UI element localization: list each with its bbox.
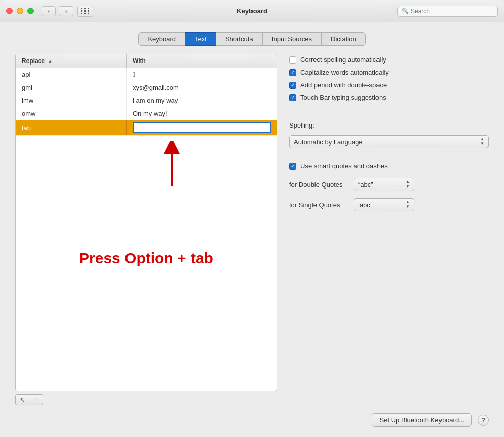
checkbox-row-1[interactable]: Correct spelling automatically — [289, 56, 489, 64]
tab-input-sources[interactable]: Input Sources — [263, 32, 322, 46]
bluetooth-keyboard-button[interactable]: Set Up Bluetooth Keyboard... — [372, 413, 472, 427]
back-button[interactable]: ‹ — [42, 6, 56, 16]
double-quotes-value: “abc” — [358, 181, 373, 189]
cell-with:  — [127, 68, 277, 81]
smart-quotes-label: Use smart quotes and dashes — [300, 162, 388, 170]
tab-dictation[interactable]: Dictation — [322, 32, 366, 46]
grid-button[interactable] — [77, 6, 93, 17]
spelling-select-value: Automatic by Language — [294, 138, 363, 146]
maximize-button[interactable] — [27, 8, 34, 14]
chevron-down-icon: ▼ — [406, 184, 410, 189]
annotation-area: Press Option + tab — [16, 136, 277, 287]
checkbox-row-4[interactable]: ✓ Touch Bar typing suggestions — [289, 94, 489, 101]
chevron-down-icon: ▼ — [480, 142, 484, 146]
cell-replace: imw — [16, 94, 127, 107]
table-row[interactable]: gml xys@gmail.com — [16, 81, 277, 94]
sort-arrow: ▲ — [48, 58, 53, 64]
single-quotes-label: for Single Quotes — [289, 201, 350, 209]
chevron-down-icon: ▼ — [406, 205, 410, 209]
cell-replace: omw — [16, 107, 127, 120]
traffic-lights — [6, 8, 34, 14]
tab-text[interactable]: Text — [185, 32, 216, 46]
cell-replace: gml — [16, 81, 127, 94]
annotation-text: Press Option + tab — [79, 249, 213, 267]
checkbox-period[interactable]: ✓ — [289, 82, 296, 89]
replace-table: Replace ▲ With apl  gml xys@gmail.com i… — [15, 54, 277, 391]
double-quotes-label: for Double Quotes — [289, 181, 350, 189]
search-box[interactable]: 🔍 — [397, 6, 498, 17]
arrow-svg — [157, 141, 187, 191]
cell-with: i am on my way — [127, 94, 277, 107]
spelling-select[interactable]: Automatic by Language ▲ ▼ — [289, 135, 489, 148]
single-quotes-arrows: ▲ ▼ — [406, 200, 410, 209]
checkbox-row-3[interactable]: ✓ Add period with double-space — [289, 81, 489, 89]
table-row-selected[interactable]: tab — [16, 120, 277, 136]
cell-with-input[interactable] — [133, 122, 271, 133]
single-quotes-row: for Single Quotes ‘abc’ ▲ ▼ — [289, 198, 489, 211]
col-with: With — [127, 54, 277, 68]
checkbox-row-2[interactable]: ✓ Capitalize words automatically — [289, 69, 489, 76]
right-panel: Correct spelling automatically ✓ Capital… — [289, 54, 489, 405]
nav-buttons: ‹ › — [42, 6, 73, 16]
search-icon: 🔍 — [402, 8, 409, 14]
close-button[interactable] — [6, 8, 13, 14]
remove-row-button[interactable]: − — [29, 394, 43, 405]
minimize-button[interactable] — [17, 8, 23, 14]
tab-keyboard[interactable]: Keyboard — [138, 32, 185, 46]
checkbox-smart-quotes-check[interactable]: ✓ — [289, 163, 296, 170]
grid-icon — [81, 8, 90, 14]
forward-button[interactable]: › — [59, 6, 73, 16]
title-bar: ‹ › Keyboard 🔍 — [0, 0, 504, 22]
checkbox-label-3: Add period with double-space — [300, 81, 387, 89]
checkbox-label-2: Capitalize words automatically — [300, 69, 389, 76]
table-row[interactable]: apl  — [16, 68, 277, 81]
cursor-icon: ↖ — [20, 396, 25, 404]
search-input[interactable] — [411, 8, 493, 15]
table-row[interactable]: omw On my way! — [16, 107, 277, 120]
table-bottom-buttons: ↖ − — [15, 394, 277, 405]
cell-replace: apl — [16, 68, 127, 81]
double-quotes-select[interactable]: “abc” ▲ ▼ — [354, 178, 414, 191]
checkbox-label-1: Correct spelling automatically — [300, 56, 386, 64]
window-title: Keyboard — [237, 7, 267, 15]
checkbox-touchbar[interactable]: ✓ — [289, 94, 296, 101]
tab-shortcuts[interactable]: Shortcuts — [216, 32, 263, 46]
col-replace[interactable]: Replace ▲ — [16, 54, 127, 68]
spelling-select-arrows: ▲ ▼ — [480, 137, 484, 146]
checkbox-capitalize[interactable]: ✓ — [289, 69, 296, 76]
body-layout: Replace ▲ With apl  gml xys@gmail.com i… — [15, 54, 489, 405]
tab-bar: Keyboard Text Shortcuts Input Sources Di… — [15, 32, 489, 46]
checkbox-correct-spelling[interactable] — [289, 56, 296, 64]
cell-with-selected[interactable] — [127, 120, 277, 135]
main-content: Keyboard Text Shortcuts Input Sources Di… — [0, 22, 504, 437]
single-quotes-value: ‘abc’ — [358, 201, 372, 209]
cell-with: xys@gmail.com — [127, 81, 277, 94]
double-quotes-row: for Double Quotes “abc” ▲ ▼ — [289, 178, 489, 191]
cell-replace-selected: tab — [16, 120, 127, 135]
cell-with: On my way! — [127, 107, 277, 120]
spelling-label: Spelling: — [289, 121, 489, 129]
table-panel: Replace ▲ With apl  gml xys@gmail.com i… — [15, 54, 277, 405]
single-quotes-select[interactable]: ‘abc’ ▲ ▼ — [354, 198, 414, 211]
checkbox-label-4: Touch Bar typing suggestions — [300, 94, 386, 101]
add-row-button[interactable]: ↖ — [15, 394, 29, 405]
table-header: Replace ▲ With — [16, 54, 277, 68]
checkbox-smart-quotes[interactable]: ✓ Use smart quotes and dashes — [289, 162, 489, 170]
bottom-bar: Set Up Bluetooth Keyboard... ? — [15, 413, 489, 427]
help-button[interactable]: ? — [478, 415, 489, 426]
table-row[interactable]: imw i am on my way — [16, 94, 277, 107]
double-quotes-arrows: ▲ ▼ — [406, 180, 410, 189]
